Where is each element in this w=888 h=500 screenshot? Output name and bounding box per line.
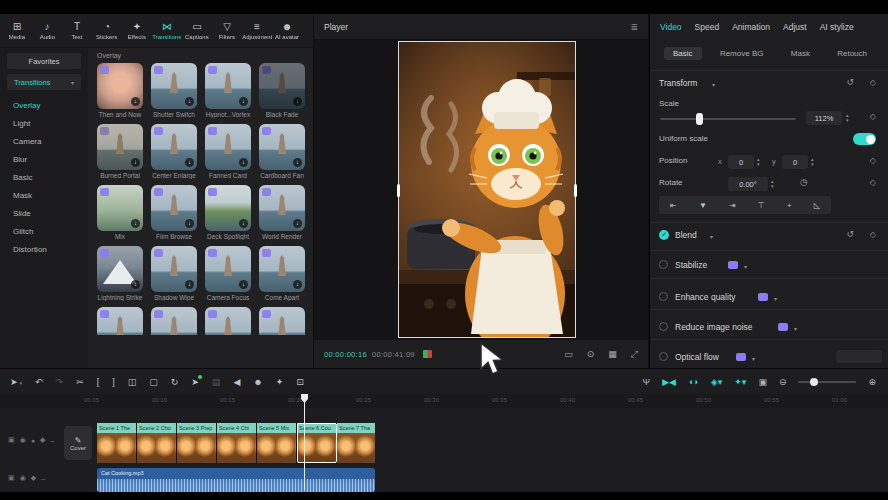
transition-card[interactable]	[259, 307, 305, 335]
rotate-stepper[interactable]: ▴▾	[771, 179, 774, 188]
transition-card[interactable]: ↓World Render	[259, 185, 305, 240]
zoom-in-icon[interactable]: ⊕	[868, 377, 876, 387]
sidebar-item-light[interactable]: Light	[0, 114, 88, 132]
transition-card[interactable]: ↓Burned Portal	[97, 124, 143, 179]
magic-tools-icon[interactable]: ✦	[276, 377, 284, 387]
sidebar-item-mask[interactable]: Mask	[0, 186, 88, 204]
chevron-down-icon[interactable]: ▾	[774, 295, 777, 302]
position-x-stepper[interactable]: ▴▾	[757, 157, 760, 166]
transition-card[interactable]: ↓Cardboard Fan	[259, 124, 305, 179]
subtab-mask[interactable]: Mask	[782, 47, 819, 60]
toolbar-captions[interactable]: ▭Captions	[182, 21, 212, 40]
transition-card[interactable]: ↓Shutter Switch	[151, 63, 197, 118]
pointer-tool-icon[interactable]: ➤▾	[10, 377, 22, 387]
subtab-retouch[interactable]: Retouch	[828, 47, 876, 60]
enhance-quality-checkbox[interactable]	[659, 292, 668, 301]
transition-card[interactable]: ↓Center Enlarge	[151, 124, 197, 179]
trim-right-icon[interactable]: ]	[112, 377, 115, 387]
fullscreen-icon[interactable]: ⤢	[631, 349, 638, 360]
timeline-clip[interactable]: Scene 2 Cho	[137, 423, 177, 463]
download-icon[interactable]: ↓	[131, 158, 140, 167]
redo-icon[interactable]: ↷	[56, 377, 64, 387]
transition-card[interactable]: ↓Deck Spotlight	[205, 185, 251, 240]
download-icon[interactable]: ↓	[239, 158, 248, 167]
trim-left-icon[interactable]: [	[97, 377, 100, 387]
keyframe-icon[interactable]: ◇	[870, 230, 876, 239]
position-y-field[interactable]: 0	[782, 155, 808, 169]
transition-card[interactable]: ↓Come Apart	[259, 246, 305, 301]
mute-track-icon[interactable]: ◆	[40, 436, 45, 444]
split-icon[interactable]: ✂	[76, 377, 84, 387]
rotate-dial-icon[interactable]: ◷	[800, 177, 808, 187]
toolbar-effects[interactable]: ✦Effects	[122, 21, 152, 40]
transition-card[interactable]	[97, 307, 143, 335]
scale-slider-knob[interactable]	[696, 113, 703, 125]
auto-cut-icon[interactable]: ▶◀	[662, 377, 676, 387]
mirror-icon[interactable]: ◫	[128, 377, 137, 387]
playhead-line[interactable]	[304, 394, 305, 490]
keyframe-icon[interactable]: ◇	[870, 156, 876, 165]
download-icon[interactable]: ↓	[293, 158, 302, 167]
toggle-track-icon[interactable]: ▣	[8, 436, 15, 444]
resize-handle-right[interactable]	[574, 184, 577, 197]
droplet-icon[interactable]: ◉	[20, 436, 26, 444]
transition-card[interactable]: ↓Camera Focus	[205, 246, 251, 301]
sidebar-item-camera[interactable]: Camera	[0, 132, 88, 150]
keyframe-icon[interactable]: ◇	[870, 178, 876, 187]
transition-card[interactable]: ↓Fanned Card	[205, 124, 251, 179]
download-icon[interactable]: ↓	[293, 280, 302, 289]
hide-track-icon[interactable]: ●	[31, 437, 35, 444]
timeline-clip-selected[interactable]: Scene 6 Cou	[297, 423, 337, 463]
collapse-icon[interactable]: ▾	[712, 81, 715, 88]
frame-crop-icon[interactable]: ⊡	[296, 377, 304, 387]
keyframe-icon[interactable]: ◇	[870, 78, 876, 87]
mirror-display-icon[interactable]: ▣	[758, 377, 767, 387]
transition-card[interactable]: ↓Mix	[97, 185, 143, 240]
timeline-clip[interactable]: Scene 1 The	[97, 423, 137, 463]
download-icon[interactable]: ↓	[185, 97, 194, 106]
video-preview[interactable]	[399, 42, 575, 337]
optical-flow-checkbox[interactable]	[659, 352, 668, 361]
tab-speed[interactable]: Speed	[695, 22, 720, 32]
category-dropdown[interactable]: Transitions▾	[7, 74, 81, 90]
player-menu-icon[interactable]: ≣	[630, 22, 638, 32]
color-cells-icon[interactable]	[423, 350, 432, 358]
toolbar-adjustment[interactable]: ≡Adjustment	[242, 21, 272, 40]
tab-ai-stylize[interactable]: AI stylize	[820, 22, 854, 32]
mute-track-icon[interactable]: ◆	[31, 474, 36, 482]
droplet-icon[interactable]: ◉	[20, 474, 26, 482]
toolbar-media[interactable]: ⊞Media	[2, 21, 32, 40]
transition-card[interactable]: ↓Lightning Strike	[97, 246, 143, 301]
toggle-track-icon[interactable]: ▣	[8, 474, 15, 482]
subtab-remove-bg[interactable]: Remove BG	[711, 47, 773, 60]
reduce-noise-checkbox[interactable]	[659, 322, 668, 331]
sidebar-item-slide[interactable]: Slide	[0, 204, 88, 222]
rotate-value-field[interactable]: 0.00°	[728, 177, 768, 191]
transition-card[interactable]: ↓Then and Now	[97, 63, 143, 118]
skew-icon[interactable]: ◺	[814, 201, 820, 210]
timeline-clip[interactable]: Scene 7 Tha	[337, 423, 375, 463]
preview-canvas[interactable]	[314, 39, 648, 340]
sidebar-item-overlay[interactable]: Overlay	[0, 96, 88, 114]
subtab-basic[interactable]: Basic	[664, 47, 702, 60]
align-right-icon[interactable]: ⇥	[729, 201, 736, 210]
align-left-icon[interactable]: ⇤	[670, 201, 677, 210]
tab-animation[interactable]: Animation	[732, 22, 770, 32]
sidebar-item-distortion[interactable]: Distortion	[0, 240, 88, 258]
toolbar-text[interactable]: TText	[62, 21, 92, 40]
download-icon[interactable]: ↓	[185, 219, 194, 228]
keyframe-icon[interactable]: ◇	[870, 112, 876, 121]
sidebar-item-basic[interactable]: Basic	[0, 168, 88, 186]
chevron-down-icon[interactable]: ▾	[744, 263, 747, 270]
download-icon[interactable]: ↓	[131, 97, 140, 106]
timeline-clip[interactable]: Scene 3 Prep	[177, 423, 217, 463]
undo-icon[interactable]: ↶	[35, 377, 43, 387]
stabilize-checkbox[interactable]	[659, 260, 668, 269]
download-icon[interactable]: ↓	[185, 158, 194, 167]
crop-icon[interactable]: ▢	[149, 377, 158, 387]
blend-checkbox[interactable]: ✓	[659, 230, 669, 240]
transition-card[interactable]	[151, 307, 197, 335]
toolbar-transitions[interactable]: ⋈Transitions	[152, 21, 182, 40]
scale-stepper[interactable]: ▴▾	[846, 113, 849, 122]
audio-extract-icon[interactable]: ◀	[233, 377, 240, 387]
